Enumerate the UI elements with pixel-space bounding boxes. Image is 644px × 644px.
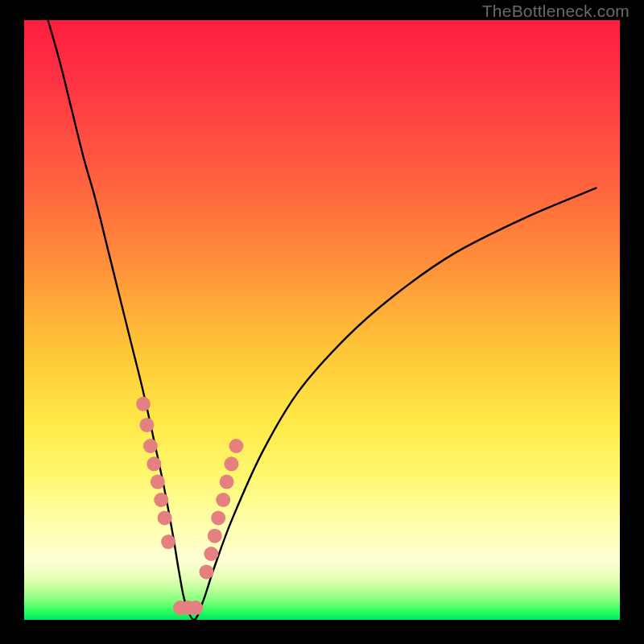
- marker-dot: [216, 493, 230, 507]
- curve-group: [48, 20, 597, 620]
- marker-dot: [154, 493, 168, 507]
- marker-dot: [220, 475, 234, 489]
- dots-group: [136, 397, 243, 615]
- marker-dot: [139, 418, 154, 432]
- marker-dot: [136, 397, 151, 411]
- chart-frame: TheBottleneck.com: [0, 0, 644, 644]
- marker-dot: [147, 456, 161, 471]
- marker-dot: [143, 439, 158, 453]
- bottleneck-curve: [48, 20, 597, 620]
- marker-dot: [204, 547, 218, 561]
- marker-dot: [199, 564, 213, 579]
- marker-dot: [161, 535, 175, 549]
- chart-svg: [0, 0, 644, 644]
- marker-dot: [208, 529, 222, 543]
- marker-dot: [188, 601, 203, 615]
- marker-dot: [225, 456, 239, 471]
- marker-dot: [229, 439, 243, 453]
- marker-dot: [211, 510, 225, 525]
- marker-dot: [158, 510, 172, 525]
- marker-dot: [151, 475, 165, 489]
